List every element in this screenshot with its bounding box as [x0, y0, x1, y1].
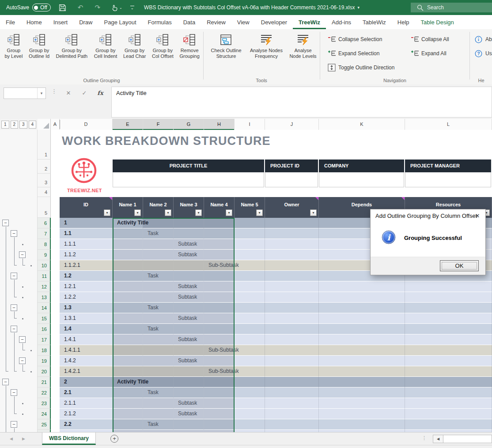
cell-G8[interactable]: Subtask: [174, 239, 204, 250]
filter-dropdown-icon[interactable]: ▾: [256, 209, 263, 216]
ribbon-tab-home[interactable]: Home: [21, 15, 48, 29]
row-header-25[interactable]: 25: [38, 419, 51, 430]
cell-H17[interactable]: [204, 334, 235, 345]
cell-J17[interactable]: [265, 334, 319, 345]
cell-L17[interactable]: [405, 334, 492, 345]
cell-D6[interactable]: 1: [60, 218, 113, 228]
cell-E16[interactable]: [113, 324, 143, 334]
cell-F17[interactable]: [143, 334, 174, 345]
ribbon-tab-page-layout[interactable]: Page Layout: [98, 15, 142, 29]
cell-E18[interactable]: [113, 345, 143, 356]
ribbon-tab-treewiz[interactable]: TreeWiz: [293, 15, 326, 29]
cell-J7[interactable]: [265, 228, 319, 239]
outline-level-button-2[interactable]: 2: [11, 121, 19, 129]
row-header-12[interactable]: 12: [38, 281, 51, 292]
ribbon-button-abo[interactable]: Abo: [475, 34, 492, 44]
ribbon-tab-data[interactable]: Data: [178, 15, 201, 29]
row-header-3[interactable]: 3: [38, 174, 51, 187]
cell-F22[interactable]: Task: [143, 387, 174, 398]
cell-J8[interactable]: [265, 239, 319, 250]
cell-I12[interactable]: [235, 281, 265, 292]
row-header-15[interactable]: 15: [38, 313, 51, 324]
cell-G15[interactable]: Subtask: [174, 313, 204, 324]
row-header-9[interactable]: 9: [38, 250, 51, 260]
cell-F16[interactable]: Task: [143, 324, 174, 334]
cell-H20[interactable]: Sub-Subtask: [204, 366, 235, 377]
cell-I22[interactable]: [235, 387, 265, 398]
cell-D10[interactable]: 1.1.2.1: [60, 260, 113, 271]
cell-I15[interactable]: [235, 313, 265, 324]
cell-J10[interactable]: [265, 260, 319, 271]
horizontal-scrollbar[interactable]: [443, 435, 492, 443]
ribbon-tab-view[interactable]: View: [231, 15, 255, 29]
outline-collapse-button[interactable]: −: [19, 251, 26, 258]
cell-K19[interactable]: [319, 356, 405, 366]
column-header-J[interactable]: J: [265, 119, 319, 130]
info-value-cell[interactable]: [265, 172, 318, 187]
document-title[interactable]: WBS Dictionary with Subtotals Col Offset…: [115, 0, 389, 15]
row-header-4[interactable]: 4: [38, 187, 51, 197]
cell-D18[interactable]: 1.4.1.1: [60, 345, 113, 356]
cell-L15[interactable]: [405, 313, 492, 324]
cell-F15[interactable]: [143, 313, 174, 324]
cell-H21[interactable]: [204, 377, 235, 387]
outline-level-button-4[interactable]: 4: [29, 121, 37, 129]
ribbon-tab-review[interactable]: Review: [201, 15, 231, 29]
outline-collapse-button[interactable]: −: [11, 421, 17, 428]
table-header-name-5[interactable]: Name 5▾: [235, 197, 265, 218]
next-sheet-icon[interactable]: ▶: [22, 437, 25, 441]
ribbon-button-group-by-level[interactable]: Groupby Level: [2, 32, 26, 59]
cell-J16[interactable]: [265, 324, 319, 334]
row-header-8[interactable]: 8: [38, 239, 51, 250]
cell-L22[interactable]: [405, 387, 492, 398]
cell-F12[interactable]: [143, 281, 174, 292]
cell-I24[interactable]: [235, 409, 265, 419]
ribbon-button-analyse-node-levels[interactable]: AnalyseNode Levels: [287, 32, 319, 59]
row-header-22[interactable]: 22: [38, 387, 51, 398]
chevron-down-icon[interactable]: ▾: [37, 88, 45, 99]
close-icon[interactable]: ✕: [473, 212, 481, 220]
row-header-20[interactable]: 20: [38, 366, 51, 377]
row-header-18[interactable]: 18: [38, 345, 51, 356]
cell-G21[interactable]: [174, 377, 204, 387]
cell-G6[interactable]: [174, 218, 204, 228]
table-header-name-3[interactable]: Name 3▾: [174, 197, 204, 218]
cell-F14[interactable]: Task: [143, 303, 174, 313]
ribbon-tab-developer[interactable]: Developer: [255, 15, 293, 29]
cell-H8[interactable]: [204, 239, 235, 250]
cell-J15[interactable]: [265, 313, 319, 324]
sheet-tab-wbs-dictionary[interactable]: WBS Dictionary: [42, 433, 96, 445]
cell-J11[interactable]: [265, 271, 319, 281]
info-value-cell[interactable]: [319, 172, 404, 187]
cell-I14[interactable]: [235, 303, 265, 313]
cell-H19[interactable]: [204, 356, 235, 366]
column-header-K[interactable]: K: [319, 119, 405, 130]
cell-F24[interactable]: [143, 409, 174, 419]
cell-G18[interactable]: [174, 345, 204, 356]
column-header-F[interactable]: F: [143, 119, 174, 130]
cell-K15[interactable]: [319, 313, 405, 324]
cell-D11[interactable]: 1.2: [60, 271, 113, 281]
cell-G20[interactable]: [174, 366, 204, 377]
filter-dropdown-icon[interactable]: ▾: [104, 209, 110, 216]
table-header-name-2[interactable]: Name 2▾: [143, 197, 174, 218]
enter-icon[interactable]: ✓: [78, 87, 91, 98]
cell-J12[interactable]: [265, 281, 319, 292]
cell-D24[interactable]: 2.1.2: [60, 409, 113, 419]
cell-F23[interactable]: [143, 398, 174, 409]
cell-D9[interactable]: 1.1.2: [60, 250, 113, 260]
cell-H14[interactable]: [204, 303, 235, 313]
cell-E21[interactable]: Activity Title: [113, 377, 143, 387]
cell-E25[interactable]: [113, 419, 143, 430]
dialog-title-bar[interactable]: Add Outline Grouping By Column Offset: [371, 209, 485, 222]
cell-J21[interactable]: [265, 377, 319, 387]
cell-G22[interactable]: [174, 387, 204, 398]
cell-G9[interactable]: Subtask: [174, 250, 204, 260]
cell-I25[interactable]: [235, 419, 265, 430]
cell-E23[interactable]: [113, 398, 143, 409]
cell-K21[interactable]: [319, 377, 405, 387]
row-header-1[interactable]: 1: [38, 130, 51, 159]
cell-I6[interactable]: [235, 218, 265, 228]
column-header-I[interactable]: I: [235, 119, 265, 130]
cell-I11[interactable]: [235, 271, 265, 281]
